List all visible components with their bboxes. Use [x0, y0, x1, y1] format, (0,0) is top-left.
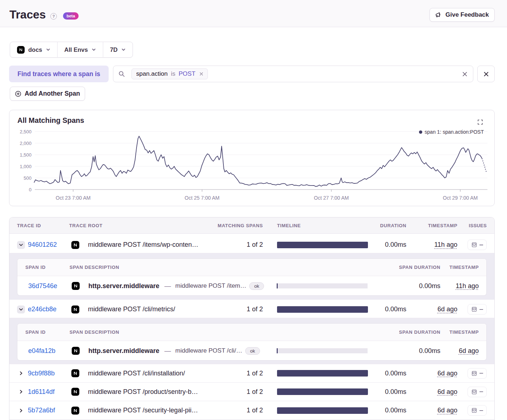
- svg-text:Oct 25 7:00 AM: Oct 25 7:00 AM: [185, 195, 220, 201]
- svg-text:1,500: 1,500: [20, 152, 32, 158]
- svg-text:1,000: 1,000: [20, 164, 32, 169]
- svg-text:Oct 23 7:00 AM: Oct 23 7:00 AM: [56, 195, 91, 201]
- svg-text:0: 0: [29, 187, 32, 192]
- svg-text:Oct 29 7:00 AM: Oct 29 7:00 AM: [443, 195, 478, 201]
- svg-text:500: 500: [24, 175, 32, 181]
- svg-text:2,500: 2,500: [20, 129, 32, 134]
- svg-text:Oct 27 7:00 AM: Oct 27 7:00 AM: [314, 195, 349, 201]
- svg-text:2,000: 2,000: [20, 141, 32, 146]
